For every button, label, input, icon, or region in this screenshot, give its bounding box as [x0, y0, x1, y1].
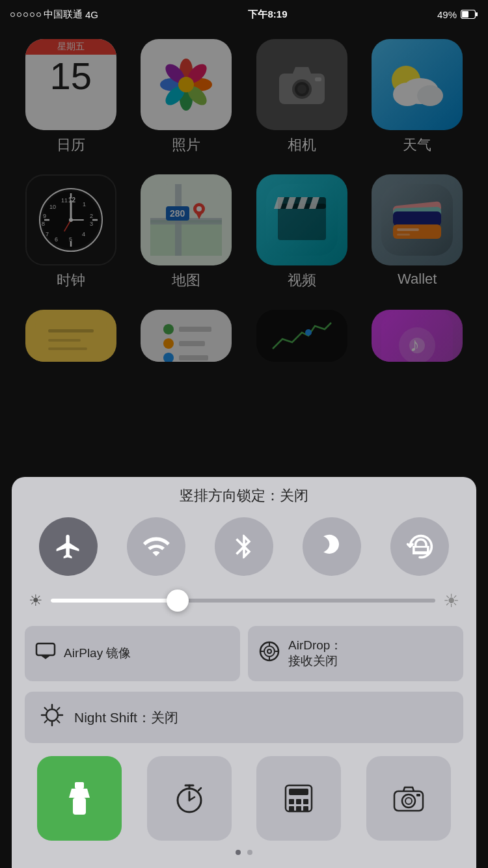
time-label: 下午8:19 [248, 8, 287, 21]
calculator-button[interactable] [256, 756, 341, 841]
svg-rect-117 [296, 799, 301, 804]
timer-icon [174, 783, 205, 814]
svg-point-124 [405, 798, 412, 804]
dot2 [17, 12, 21, 17]
calculator-icon [284, 783, 314, 813]
svg-rect-86 [36, 644, 55, 655]
flashlight-icon [66, 782, 92, 815]
do-not-disturb-toggle[interactable] [303, 517, 361, 576]
brightness-track[interactable] [51, 599, 435, 603]
cc-quick-actions [25, 756, 463, 841]
brightness-min-icon: ☀ [29, 591, 43, 610]
dot1 [10, 12, 15, 17]
status-left: 中国联通 4G [10, 8, 98, 21]
svg-point-95 [46, 709, 58, 721]
svg-rect-119 [289, 806, 294, 811]
page-dot-1 [236, 850, 241, 855]
moon-icon [318, 532, 346, 561]
night-shift-svg [40, 703, 64, 727]
svg-line-103 [45, 720, 47, 723]
airdrop-text-block: AirDrop： 接收关闭 [288, 638, 342, 670]
night-shift-button[interactable]: Night Shift：关闭 [25, 692, 463, 743]
svg-line-101 [57, 720, 60, 723]
svg-point-90 [267, 649, 271, 653]
svg-rect-107 [77, 802, 82, 811]
network-label: 4G [85, 9, 98, 20]
svg-rect-125 [416, 794, 420, 796]
cc-toggles [25, 517, 463, 576]
bluetooth-icon [230, 532, 258, 561]
control-center: 竖排方向锁定：关闭 [12, 477, 476, 868]
airdrop-icon [258, 640, 280, 667]
brightness-thumb[interactable] [167, 590, 189, 612]
svg-point-89 [264, 646, 275, 657]
airdrop-button[interactable]: AirDrop： 接收关闭 [248, 626, 463, 681]
page-dot-2 [247, 850, 252, 855]
brightness-fill [51, 599, 178, 603]
svg-line-113 [198, 788, 201, 791]
svg-rect-104 [75, 782, 84, 789]
status-right: 49% [437, 9, 478, 20]
svg-rect-1 [476, 12, 478, 16]
cc-title: 竖排方向锁定：关闭 [25, 486, 463, 506]
carrier-label: 中国联通 [44, 8, 83, 21]
airplay-button[interactable]: AirPlay 镜像 [25, 626, 240, 681]
timer-button[interactable] [147, 756, 232, 841]
svg-rect-120 [296, 806, 301, 811]
svg-line-102 [57, 708, 60, 711]
airplay-svg [35, 642, 56, 660]
dot4 [30, 12, 34, 17]
brightness-max-icon: ☀ [443, 590, 459, 612]
airplay-icon [35, 642, 56, 665]
airdrop-line1: AirDrop： [288, 638, 342, 654]
battery-label: 49% [437, 9, 457, 20]
signal-dots [10, 12, 41, 17]
rotation-lock-toggle[interactable] [390, 517, 449, 576]
night-shift-label: Night Shift：关闭 [74, 709, 178, 727]
quick-camera-button[interactable] [366, 756, 451, 841]
svg-rect-115 [289, 789, 308, 795]
wifi-icon [142, 532, 170, 561]
svg-rect-2 [462, 11, 468, 18]
flashlight-button[interactable] [37, 756, 122, 841]
wifi-toggle[interactable] [127, 517, 185, 576]
airplane-icon [54, 532, 83, 561]
svg-rect-118 [303, 799, 308, 804]
cc-airplay-airdrop-row: AirPlay 镜像 AirDrop： 接收关闭 [25, 626, 463, 681]
rotation-lock-icon [405, 532, 434, 561]
dot5 [36, 12, 41, 17]
svg-rect-116 [289, 799, 294, 804]
battery-icon [461, 10, 478, 19]
brightness-slider-row: ☀ ☀ [25, 590, 463, 612]
svg-point-123 [402, 794, 415, 807]
dot3 [23, 12, 28, 17]
bluetooth-toggle[interactable] [215, 517, 273, 576]
status-bar: 中国联通 4G 下午8:19 49% [0, 0, 488, 29]
svg-rect-121 [303, 806, 308, 811]
svg-line-100 [45, 708, 47, 711]
night-shift-icon [40, 703, 64, 731]
quick-camera-icon [393, 785, 424, 812]
airdrop-svg [258, 640, 280, 662]
airplay-label: AirPlay 镜像 [64, 645, 131, 662]
svg-marker-105 [69, 789, 90, 798]
airplane-toggle[interactable] [39, 517, 98, 576]
page-dots [25, 850, 463, 855]
svg-marker-87 [40, 655, 51, 659]
airdrop-line2: 接收关闭 [288, 653, 342, 670]
